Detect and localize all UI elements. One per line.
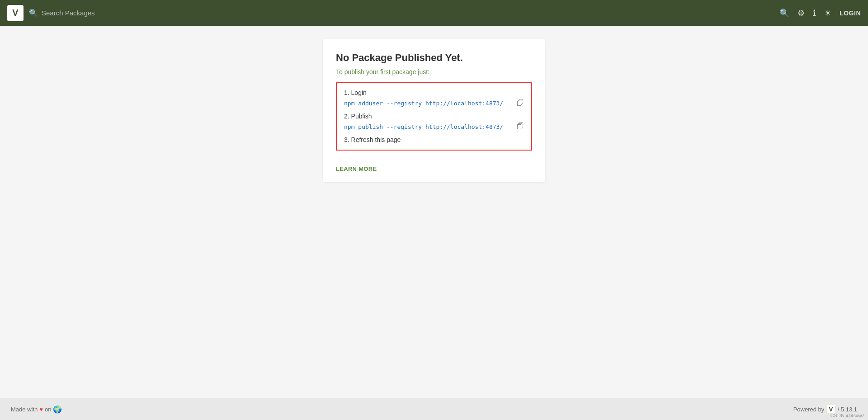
search-placeholder-text: Search Packages	[42, 9, 95, 17]
main-footer: Made with ♥ on 🌍 Powered by V / 5.13.1	[0, 398, 868, 420]
settings-icon[interactable]: ⚙	[797, 8, 805, 18]
instructions-box: 1. Login npm adduser --registry http://l…	[336, 82, 532, 151]
step1-command: npm adduser --registry http://localhost:…	[344, 100, 503, 107]
on-text: on	[45, 406, 51, 413]
header-actions: 🔍 ⚙ ℹ ☀ LOGIN	[779, 8, 861, 18]
search-inline-icon: 🔍	[29, 9, 38, 17]
footer-left: Made with ♥ on 🌍	[11, 405, 62, 414]
info-icon[interactable]: ℹ	[813, 8, 816, 18]
learn-more-link[interactable]: LEARN MORE	[336, 165, 377, 172]
card-title: No Package Published Yet.	[336, 52, 532, 64]
powered-by-text: Powered by	[793, 406, 825, 413]
footer-logo-icon: V	[827, 405, 835, 413]
main-header: V 🔍 Search Packages 🔍 ⚙ ℹ ☀ LOGIN	[0, 0, 868, 26]
login-button[interactable]: LOGIN	[840, 9, 861, 17]
copy-step2-button[interactable]: 🗍	[517, 123, 524, 131]
theme-icon[interactable]: ☀	[824, 8, 831, 18]
card-divider	[336, 159, 532, 159]
step3-text: 3. Refresh this page	[344, 136, 524, 143]
search-icon[interactable]: 🔍	[779, 8, 789, 18]
logo[interactable]: V	[7, 5, 24, 21]
logo-icon: V	[12, 8, 18, 18]
heart-icon: ♥	[39, 406, 43, 413]
step2-command-row: npm publish --registry http://localhost:…	[344, 123, 524, 131]
globe-icon: 🌍	[53, 405, 62, 414]
version-text: / 5.13.1	[838, 406, 857, 413]
search-bar[interactable]: 🔍 Search Packages	[29, 9, 255, 17]
made-with-text: Made with	[11, 406, 38, 413]
step2-label: 2. Publish	[344, 113, 524, 120]
watermark: CSDN @itsxwz	[830, 413, 864, 418]
copy-step1-button[interactable]: 🗍	[517, 99, 524, 107]
footer-right: Powered by V / 5.13.1	[793, 405, 857, 413]
welcome-card: No Package Published Yet. To publish you…	[323, 39, 545, 182]
step2-command: npm publish --registry http://localhost:…	[344, 123, 503, 130]
card-subtitle: To publish your first package just:	[336, 68, 532, 76]
step1-command-row: npm adduser --registry http://localhost:…	[344, 99, 524, 107]
main-content: No Package Published Yet. To publish you…	[0, 26, 868, 398]
step1-label: 1. Login	[344, 89, 524, 96]
